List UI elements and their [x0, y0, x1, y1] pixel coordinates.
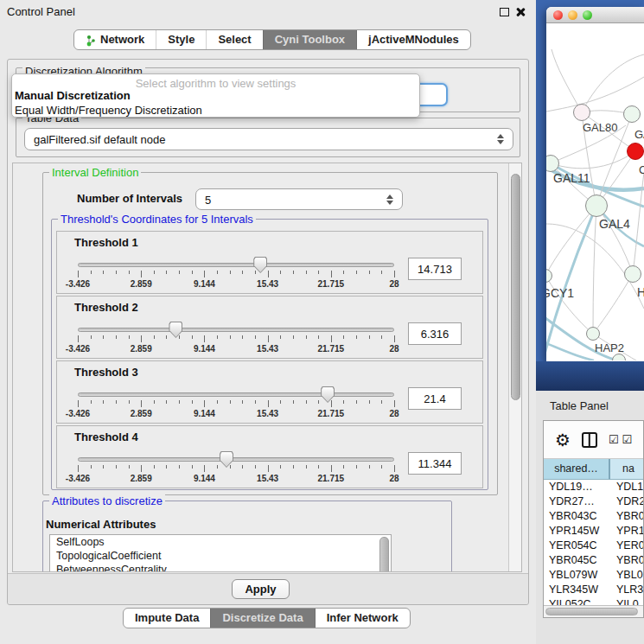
- cell-shared-name[interactable]: YDR27…: [544, 494, 610, 509]
- table-row[interactable]: YDL19…YDL1: [544, 480, 643, 494]
- cell-name[interactable]: YDL1: [610, 480, 643, 494]
- list-item[interactable]: SelfLoops: [50, 535, 391, 549]
- list-item[interactable]: BetweennessCentrality: [50, 563, 391, 572]
- panel-vertical-scrollbar[interactable]: [508, 163, 522, 571]
- tab-cyni-toolbox[interactable]: Cyni Toolbox: [263, 30, 356, 49]
- threshold-4-value-field[interactable]: [408, 452, 462, 475]
- table-horizontal-scrollbar[interactable]: [544, 605, 643, 617]
- dropdown-placeholder-option[interactable]: Select algorithm to view settings: [12, 74, 419, 88]
- cell-name[interactable]: YIL0: [610, 597, 643, 605]
- cell-shared-name[interactable]: YDL19…: [544, 480, 610, 494]
- cell-shared-name[interactable]: YBR045C: [544, 553, 610, 568]
- cell-name[interactable]: YBL0: [610, 568, 643, 583]
- cell-name[interactable]: YBR0: [610, 553, 643, 568]
- network-window-titlebar: [546, 7, 644, 23]
- threshold-3-label: Threshold 3: [74, 366, 138, 379]
- node-label: C: [639, 163, 644, 176]
- threshold-3-value-field[interactable]: [408, 387, 462, 410]
- cell-name[interactable]: YBR0: [610, 509, 643, 524]
- threshold-1-slider[interactable]: -3.4262.8599.14415.4321.71528: [78, 256, 394, 292]
- table-row[interactable]: YER054CYER0: [544, 539, 643, 553]
- settings-scroll-panel: Interval Definition Number of Intervals …: [12, 163, 522, 572]
- network-node-gal4[interactable]: [585, 194, 608, 217]
- slider-track: [78, 263, 394, 267]
- number-of-intervals-value: 5: [205, 193, 211, 206]
- cell-name[interactable]: YDR2: [610, 494, 643, 509]
- cell-shared-name[interactable]: YER054C: [544, 539, 610, 553]
- tick-label: 21.715: [318, 279, 345, 289]
- close-traffic-light-icon[interactable]: [553, 10, 563, 20]
- threshold-1-value-field[interactable]: [408, 258, 462, 280]
- network-node-ga[interactable]: [623, 105, 641, 123]
- number-of-intervals-combobox[interactable]: 5: [195, 188, 403, 210]
- tab-style[interactable]: Style: [156, 30, 206, 49]
- gear-icon[interactable]: ⚙: [555, 431, 571, 449]
- cell-shared-name[interactable]: YBL079W: [544, 568, 610, 583]
- table-row[interactable]: YLR345WYLR3: [544, 583, 643, 597]
- zoom-traffic-light-icon[interactable]: [583, 10, 592, 20]
- attributes-group-label: Attributes to discretize: [49, 494, 165, 507]
- right-side: GAL80GACGAL11GAL4GCY1HHAP2 Table Panel ⚙…: [536, 0, 644, 644]
- network-node-c[interactable]: [627, 143, 644, 160]
- dropdown-option-manual-discretization[interactable]: Manual Discretization: [12, 88, 419, 103]
- threshold-3-slider[interactable]: -3.4262.8599.14415.4321.71528: [78, 386, 394, 422]
- slider-track: [78, 392, 394, 397]
- apply-button[interactable]: Apply: [232, 579, 290, 599]
- table-panel-title: Table Panel: [550, 399, 609, 412]
- checkbox-icon[interactable]: ☑: [609, 433, 619, 446]
- column-header-name[interactable]: na: [610, 459, 643, 480]
- tab-network[interactable]: Network: [74, 30, 156, 49]
- cell-shared-name[interactable]: YBR043C: [544, 509, 610, 524]
- window-title: Control Panel: [7, 5, 75, 18]
- slider-tick-labels: -3.4262.8599.14415.4321.71528: [78, 409, 394, 419]
- table-row[interactable]: YDR27…YDR2: [544, 494, 643, 509]
- network-view-window[interactable]: GAL80GACGAL11GAL4GCY1HHAP2: [546, 7, 644, 361]
- tab-network-label: Network: [100, 30, 144, 49]
- control-panel-titlebar: Control Panel: [0, 0, 536, 22]
- float-window-icon[interactable]: [500, 8, 509, 16]
- table-row[interactable]: YBR043CYBR0: [544, 509, 643, 524]
- cell-name[interactable]: YPR1: [610, 524, 643, 539]
- threshold-4-slider[interactable]: -3.4262.8599.14415.4321.71528: [78, 450, 394, 487]
- threshold-2-value-field[interactable]: [408, 322, 462, 345]
- table-row[interactable]: YIL052CYIL0: [544, 597, 643, 605]
- threshold-1-label: Threshold 1: [74, 236, 138, 249]
- threshold-2-slider[interactable]: -3.4262.8599.14415.4321.71528: [78, 321, 394, 357]
- list-scrollbar[interactable]: [379, 537, 389, 572]
- cell-name[interactable]: YLR3: [610, 583, 643, 597]
- numerical-attributes-list[interactable]: SelfLoopsTopologicalCoefficientBetweenne…: [49, 534, 392, 572]
- tab-select[interactable]: Select: [206, 30, 262, 49]
- column-header-shared-name[interactable]: shared…: [544, 459, 610, 480]
- table-row[interactable]: YPR145WYPR1: [544, 524, 643, 539]
- close-icon[interactable]: [515, 7, 526, 17]
- cell-shared-name[interactable]: YIL052C: [544, 597, 610, 605]
- scrollbar-thumb[interactable]: [511, 174, 520, 400]
- network-edges: [546, 23, 644, 360]
- cell-shared-name[interactable]: YLR345W: [544, 583, 610, 597]
- network-canvas[interactable]: GAL80GACGAL11GAL4GCY1HHAP2: [546, 23, 644, 360]
- table-row[interactable]: YBR045CYBR0: [544, 553, 643, 568]
- tick-label: 21.715: [318, 344, 345, 354]
- tab-discretize-data[interactable]: Discretize Data: [210, 609, 314, 628]
- columns-icon[interactable]: [582, 432, 597, 448]
- tab-jactivemnodules[interactable]: jActiveMNodules: [356, 30, 470, 49]
- network-node-h[interactable]: [624, 265, 641, 283]
- checkbox-icon[interactable]: ☑: [622, 433, 633, 446]
- cell-name[interactable]: YER0: [610, 539, 643, 553]
- tab-infer-network[interactable]: Infer Network: [315, 609, 410, 628]
- list-item[interactable]: TopologicalCoefficient: [50, 549, 391, 563]
- slider-tick-labels: -3.4262.8599.14415.4321.71528: [78, 344, 394, 354]
- minimize-traffic-light-icon[interactable]: [568, 10, 577, 20]
- slider-ticks: [78, 335, 394, 343]
- network-node-gal80[interactable]: [573, 104, 590, 121]
- tick-label: -3.426: [66, 279, 90, 289]
- scrollbar-thumb[interactable]: [545, 608, 638, 615]
- table-row[interactable]: YBL079WYBL0: [544, 568, 643, 583]
- tab-impute-data[interactable]: Impute Data: [124, 609, 210, 628]
- cell-shared-name[interactable]: YPR145W: [544, 524, 610, 539]
- cyni-mode-tabbar: Impute Data Discretize Data Infer Networ…: [123, 608, 411, 628]
- table-data-combobox[interactable]: galFiltered.sif default node: [24, 128, 513, 150]
- table-rows[interactable]: YDL19…YDL1YDR27…YDR2YBR043CYBR0YPR145WYP…: [544, 480, 643, 605]
- dropdown-option-equal-width-frequency[interactable]: Equal Width/Frequency Discretization: [12, 103, 419, 118]
- network-node-hap2[interactable]: [586, 327, 600, 341]
